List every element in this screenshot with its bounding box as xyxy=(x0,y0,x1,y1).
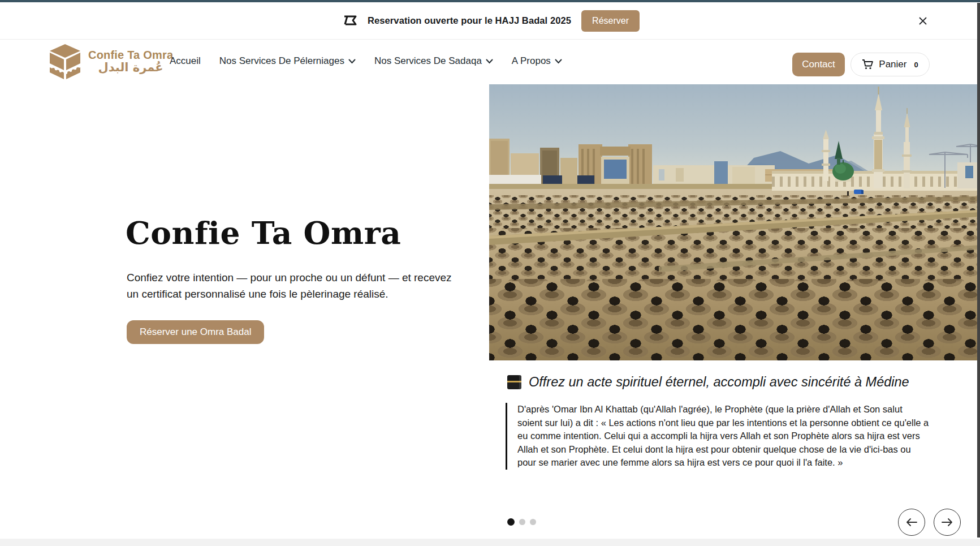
carousel-dot-1[interactable] xyxy=(507,518,515,526)
arrow-right-icon[interactable] xyxy=(934,509,961,536)
hero-description: Confiez votre intention — pour un proche… xyxy=(127,270,466,302)
banner-reserve-button[interactable]: Réserver xyxy=(581,10,640,32)
carousel-dots xyxy=(507,518,536,526)
nav-item-accueil[interactable]: Accueil xyxy=(170,55,201,67)
chevron-down-icon xyxy=(555,59,562,64)
reserve-omra-badal-button[interactable]: Réserver une Omra Badal xyxy=(127,320,264,344)
slide-heading: Offrez un acte spirituel éternel, accomp… xyxy=(507,375,909,390)
cart-icon xyxy=(862,59,874,70)
cart-label: Panier xyxy=(879,59,906,70)
scrollbar[interactable] xyxy=(977,3,980,538)
announcement-content: Reservation ouverte pour le HAJJ Badal 2… xyxy=(0,2,980,39)
logo-subtitle-arabic: عُمرة البدل xyxy=(88,61,173,74)
site-logo[interactable]: Confie Ta Omra عُمرة البدل xyxy=(48,43,173,80)
page-title: Confie Ta Omra xyxy=(126,214,401,251)
logo-text: Confie Ta Omra عُمرة البدل xyxy=(88,49,173,74)
page: Reservation ouverte pour le HAJJ Badal 2… xyxy=(0,0,980,546)
site-header: Confie Ta Omra عُمرة البدل Accueil Nos S… xyxy=(0,40,980,83)
logo-title: Confie Ta Omra xyxy=(88,49,173,61)
nav-label: Accueil xyxy=(170,55,201,67)
carousel-slide-image xyxy=(489,84,980,360)
slide-heading-text: Offrez un acte spirituel éternel, accomp… xyxy=(529,375,909,390)
carousel-dot-3[interactable] xyxy=(530,519,536,525)
nav-item-a-propos[interactable]: A Propos xyxy=(512,55,562,67)
arrow-left-icon[interactable] xyxy=(898,509,925,536)
cart-button[interactable]: Panier 0 xyxy=(851,53,930,76)
flag-icon xyxy=(340,14,357,28)
announcement-banner: Reservation ouverte pour le HAJJ Badal 2… xyxy=(0,2,980,40)
chevron-down-icon xyxy=(486,59,493,64)
window-bottom-edge xyxy=(0,539,980,546)
medina-skyline-art xyxy=(489,84,980,360)
announcement-text: Reservation ouverte pour le HAJJ Badal 2… xyxy=(368,15,571,26)
nav-label: A Propos xyxy=(512,55,551,67)
hadith-quote: D'après 'Omar Ibn Al Khattab (qu'Allah l… xyxy=(506,403,930,470)
nav-label: Nos Services De Sadaqa xyxy=(374,55,482,67)
contact-button[interactable]: Contact xyxy=(792,53,845,76)
nav-item-services-sadaqa[interactable]: Nos Services De Sadaqa xyxy=(374,55,493,67)
carousel-dot-2[interactable] xyxy=(519,519,525,525)
close-icon[interactable] xyxy=(916,14,930,28)
nav-item-services-pelerinages[interactable]: Nos Services De Pélerniages xyxy=(219,55,356,67)
cart-count-badge: 0 xyxy=(914,61,918,69)
kaaba-icon xyxy=(507,375,521,389)
main-nav: Accueil Nos Services De Pélerniages Nos … xyxy=(170,40,562,83)
nav-label: Nos Services De Pélerniages xyxy=(219,55,344,67)
chevron-down-icon xyxy=(348,59,356,64)
kaaba-logo-icon xyxy=(48,43,83,80)
